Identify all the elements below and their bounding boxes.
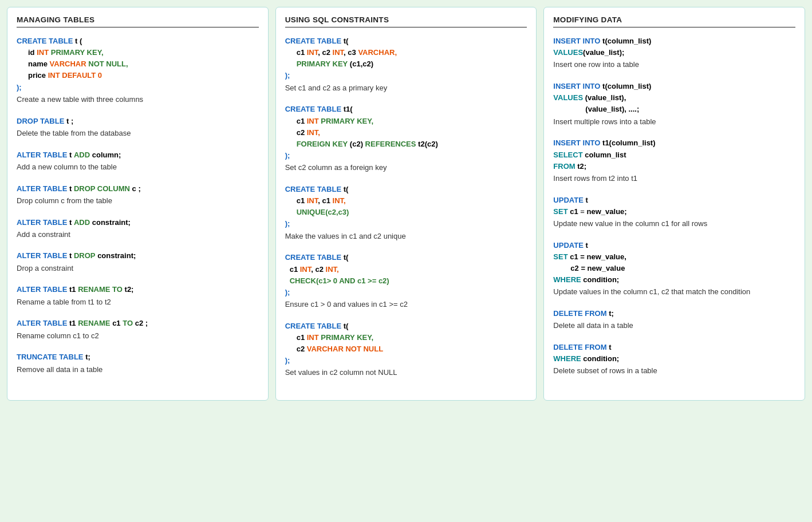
insert-multi-code: INSERT INTO t(column_list) VALUES (value… — [553, 81, 795, 115]
delete-where-code: DELETE FROM t WHERE condition; — [553, 342, 795, 365]
delete-where-block: DELETE FROM t WHERE condition; Delete su… — [553, 342, 795, 377]
alter-rename-table-code: ALTER TABLE t1 RENAME TO t2; — [17, 284, 259, 295]
delete-all-block: DELETE FROM t; Delete all data in a tabl… — [553, 308, 795, 331]
kw-create: CREATE TABLE — [17, 37, 73, 45]
foreign-key-code: CREATE TABLE t1( c1 INT PRIMARY KEY, c2 … — [285, 104, 527, 161]
create-table-block: CREATE TABLE t ( id INT PRIMARY KEY, nam… — [17, 35, 259, 105]
managing-tables-title: MANAGING TABLES — [17, 15, 259, 27]
not-null-code: CREATE TABLE t( c1 INT PRIMARY KEY, c2 V… — [285, 321, 527, 367]
not-null-block: CREATE TABLE t( c1 INT PRIMARY KEY, c2 V… — [285, 321, 527, 378]
main-grid: MANAGING TABLES CREATE TABLE t ( id INT … — [7, 7, 805, 401]
update-all-code: UPDATE t SET c1 = new_value; — [553, 195, 795, 217]
delete-where-desc: Delete subset of rows in a table — [553, 366, 795, 377]
alter-add-constraint-code: ALTER TABLE t ADD constraint; — [17, 217, 259, 228]
alter-rename-table-block: ALTER TABLE t1 RENAME TO t2; Rename a ta… — [17, 284, 259, 307]
alter-add-col-block: ALTER TABLE t ADD column; Add a new colu… — [17, 149, 259, 173]
alter-add-constraint-desc: Add a constraint — [17, 230, 259, 240]
update-where-block: UPDATE t SET c1 = new_value, c2 = new_va… — [553, 240, 795, 298]
alter-drop-constraint-block: ALTER TABLE t DROP constraint; Drop a co… — [17, 250, 259, 274]
insert-multi-desc: Insert multiple rows into a table — [553, 117, 795, 128]
drop-table-code: DROP TABLE t ; — [17, 116, 259, 127]
foreign-key-block: CREATE TABLE t1( c1 INT PRIMARY KEY, c2 … — [285, 104, 527, 173]
primary-key-block: CREATE TABLE t( c1 INT, c2 INT, c3 VARCH… — [285, 35, 527, 93]
insert-multi-block: INSERT INTO t(column_list) VALUES (value… — [553, 81, 795, 127]
foreign-key-desc: Set c2 column as a foreign key — [285, 163, 527, 173]
alter-rename-table-desc: Rename a table from t1 to t2 — [17, 297, 259, 308]
primary-key-desc: Set c1 and c2 as a primary key — [285, 83, 527, 94]
check-block: CREATE TABLE t( c1 INT, c2 INT, CHECK(c1… — [285, 252, 527, 310]
insert-select-code: INSERT INTO t1(column_list) SELECT colum… — [553, 137, 795, 172]
alter-drop-col-desc: Drop column c from the table — [17, 196, 259, 207]
check-desc: Ensure c1 > 0 and values in c1 >= c2 — [285, 299, 527, 310]
alter-drop-constraint-code: ALTER TABLE t DROP constraint; — [17, 250, 259, 262]
drop-table-desc: Delete the table from the database — [17, 128, 259, 139]
insert-one-block: INSERT INTO t(column_list) VALUES(value_… — [553, 35, 795, 70]
delete-all-desc: Delete all data in a table — [553, 321, 795, 331]
update-where-desc: Update values in the column c1, c2 that … — [553, 287, 795, 298]
insert-select-desc: Insert rows from t2 into t1 — [553, 173, 795, 184]
unique-block: CREATE TABLE t( c1 INT, c1 INT, UNIQUE(c… — [285, 184, 527, 242]
kw-t: t ( — [75, 37, 82, 45]
sql-constraints-card: USING SQL CONSTRAINTS CREATE TABLE t( c1… — [275, 7, 537, 401]
modifying-data-title: MODIFYING DATA — [553, 15, 795, 27]
drop-table-block: DROP TABLE t ; Delete the table from the… — [17, 116, 259, 139]
alter-add-constraint-block: ALTER TABLE t ADD constraint; Add a cons… — [17, 217, 259, 240]
alter-rename-col-code: ALTER TABLE t1 RENAME c1 TO c2 ; — [17, 318, 259, 329]
unique-desc: Make the values in c1 and c2 unique — [285, 231, 527, 242]
truncate-table-code: TRUNCATE TABLE t; — [17, 351, 259, 363]
alter-add-col-code: ALTER TABLE t ADD column; — [17, 149, 259, 161]
managing-tables-card: MANAGING TABLES CREATE TABLE t ( id INT … — [7, 7, 269, 401]
update-all-desc: Update new value in the column c1 for al… — [553, 219, 795, 230]
create-table-desc: Create a new table with three columns — [17, 94, 259, 105]
primary-key-code: CREATE TABLE t( c1 INT, c2 INT, c3 VARCH… — [285, 35, 527, 82]
alter-add-col-desc: Add a new column to the table — [17, 162, 259, 173]
insert-one-code: INSERT INTO t(column_list) VALUES(value_… — [553, 35, 795, 58]
modifying-data-card: MODIFYING DATA INSERT INTO t(column_list… — [543, 7, 805, 401]
alter-drop-col-code: ALTER TABLE t DROP COLUMN c ; — [17, 183, 259, 195]
alter-rename-col-block: ALTER TABLE t1 RENAME c1 TO c2 ; Rename … — [17, 318, 259, 341]
update-where-code: UPDATE t SET c1 = new_value, c2 = new_va… — [553, 240, 795, 286]
truncate-table-desc: Remove all data in a table — [17, 365, 259, 375]
alter-drop-col-block: ALTER TABLE t DROP COLUMN c ; Drop colum… — [17, 183, 259, 207]
delete-all-code: DELETE FROM t; — [553, 308, 795, 319]
not-null-desc: Set values in c2 column not NULL — [285, 367, 527, 378]
sql-constraints-title: USING SQL CONSTRAINTS — [285, 15, 527, 27]
alter-rename-col-desc: Rename column c1 to c2 — [17, 331, 259, 342]
insert-one-desc: Insert one row into a table — [553, 60, 795, 70]
unique-code: CREATE TABLE t( c1 INT, c1 INT, UNIQUE(c… — [285, 184, 527, 230]
create-table-code: CREATE TABLE t ( id INT PRIMARY KEY, nam… — [17, 35, 259, 93]
insert-select-block: INSERT INTO t1(column_list) SELECT colum… — [553, 137, 795, 184]
alter-drop-constraint-desc: Drop a constraint — [17, 263, 259, 274]
check-code: CREATE TABLE t( c1 INT, c2 INT, CHECK(c1… — [285, 252, 527, 298]
update-all-block: UPDATE t SET c1 = new_value; Update new … — [553, 195, 795, 230]
truncate-table-block: TRUNCATE TABLE t; Remove all data in a t… — [17, 351, 259, 375]
